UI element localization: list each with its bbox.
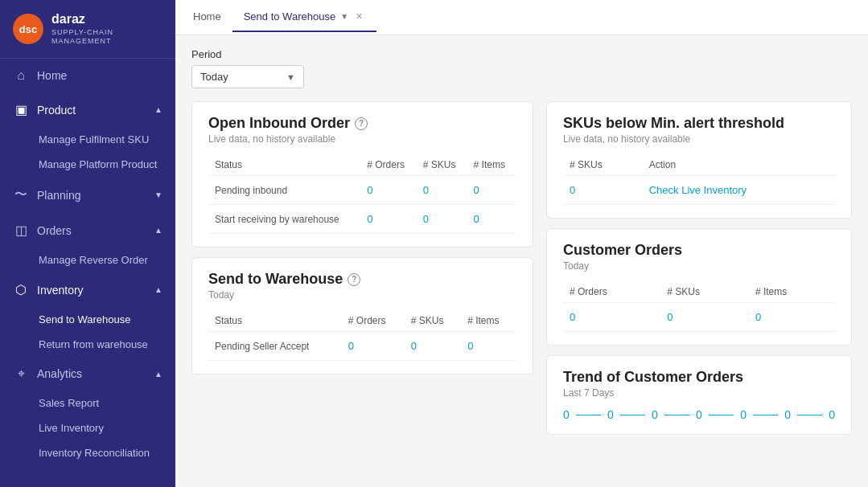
skus-alert-subtitle: Live data, no history available <box>563 133 835 145</box>
sa-col-skus: # SKUs <box>563 154 643 176</box>
sidebar-item-home[interactable]: ⌂ Home <box>0 59 175 92</box>
co-col-orders: # Orders <box>563 281 660 303</box>
sidebar-item-send-warehouse[interactable]: Send to Warehouse <box>0 307 175 332</box>
tabs-bar: Home Send to Warehouse ▼ ✕ <box>175 0 868 35</box>
logo: dsc daraz SUPPLY-CHAIN MANAGEMENT <box>0 0 175 59</box>
home-icon: ⌂ <box>13 68 29 83</box>
sidebar-item-manage-platform[interactable]: Manage Platform Product <box>0 152 175 177</box>
trend-title: Trend of Customer Orders <box>563 369 835 386</box>
trend-subtitle: Last 7 Days <box>563 387 835 399</box>
planning-chevron-icon: ▼ <box>154 190 162 199</box>
sw-col-skus: # SKUs <box>405 310 461 332</box>
sidebar-item-manage-reverse[interactable]: Manage Reverse Order <box>0 248 175 272</box>
trend-point-4: 0 <box>740 408 747 421</box>
main-content: Home Send to Warehouse ▼ ✕ Period Today … <box>175 0 868 487</box>
analytics-icon: ⌖ <box>13 366 29 381</box>
product-chevron-icon: ▲ <box>154 105 162 114</box>
inventory-chevron-icon: ▲ <box>154 285 162 294</box>
trend-point-0: 0 <box>563 408 570 421</box>
skus-alert-card: SKUs below Min. alert threshold Live dat… <box>546 101 852 219</box>
table-row: Start receiving by warehouse 0 0 0 <box>208 205 516 234</box>
sidebar-item-return-warehouse[interactable]: Return from warehouse <box>0 332 175 357</box>
logo-text: daraz SUPPLY-CHAIN MANAGEMENT <box>51 11 162 47</box>
table-row: 0 Check Live Inventory <box>563 176 835 205</box>
send-warehouse-table: Status # Orders # SKUs # Items Pending S… <box>208 310 516 361</box>
sidebar-item-orders[interactable]: ◫ Orders ▲ <box>0 213 175 248</box>
sidebar-item-analytics[interactable]: ⌖ Analytics ▲ <box>0 357 175 391</box>
tab-close-icon[interactable]: ✕ <box>353 10 365 23</box>
customer-orders-card: Customer Orders Today # Orders # SKUs # … <box>546 228 852 346</box>
trend-chart: 0 0 0 0 0 0 0 <box>563 408 835 421</box>
open-inbound-card: Open Inbound Order ? Live data, no histo… <box>191 101 533 248</box>
sa-col-action: Action <box>643 154 835 176</box>
col-status: Status <box>208 154 360 176</box>
table-row: Pending inbound 0 0 0 <box>208 176 516 205</box>
send-warehouse-title: Send to Warehouse ? <box>208 271 516 288</box>
send-warehouse-card: Send to Warehouse ? Today Status # Order… <box>191 257 533 374</box>
sw-col-orders: # Orders <box>342 310 405 332</box>
trend-card: Trend of Customer Orders Last 7 Days 0 0… <box>546 355 852 435</box>
open-inbound-table: Status # Orders # SKUs # Items Pending i… <box>208 154 516 234</box>
sw-col-items: # Items <box>461 310 516 332</box>
trend-line-6 <box>797 415 822 415</box>
sidebar-item-planning[interactable]: 〜 Planning ▼ <box>0 177 175 213</box>
right-column: SKUs below Min. alert threshold Live dat… <box>546 101 852 474</box>
send-warehouse-subtitle: Today <box>208 289 516 301</box>
trend-line-4 <box>709 415 734 415</box>
trend-line-5 <box>753 415 778 415</box>
open-inbound-title: Open Inbound Order ? <box>208 115 516 132</box>
period-chevron-icon: ▼ <box>286 72 295 82</box>
dashboard-grid: Open Inbound Order ? Live data, no histo… <box>191 101 852 474</box>
open-inbound-subtitle: Live data, no history available <box>208 133 516 145</box>
check-live-inventory-link[interactable]: Check Live Inventory <box>643 176 835 205</box>
trend-point-2: 0 <box>652 408 658 421</box>
co-col-skus: # SKUs <box>660 281 749 303</box>
tab-home[interactable]: Home <box>182 2 232 32</box>
col-items: # Items <box>467 154 516 176</box>
customer-orders-title: Customer Orders <box>563 242 835 259</box>
trend-line-1 <box>576 415 601 415</box>
period-value: Today <box>200 71 228 83</box>
sidebar-item-inventory[interactable]: ⬡ Inventory ▲ <box>0 272 175 307</box>
trend-point-6: 0 <box>829 408 835 421</box>
inventory-icon: ⬡ <box>13 282 29 297</box>
period-section: Period Today ▼ <box>191 48 852 88</box>
col-orders: # Orders <box>360 154 416 176</box>
trend-point-5: 0 <box>784 408 791 421</box>
table-row: Pending Seller Accept 0 0 0 <box>208 332 516 361</box>
period-label: Period <box>191 48 852 60</box>
send-warehouse-help-icon[interactable]: ? <box>348 273 360 286</box>
tab-send-warehouse[interactable]: Send to Warehouse ▼ ✕ <box>232 2 376 32</box>
trend-line-2 <box>620 415 645 415</box>
orders-icon: ◫ <box>13 223 29 238</box>
customer-orders-table: # Orders # SKUs # Items 0 0 0 <box>563 281 835 332</box>
period-select[interactable]: Today ▼ <box>191 65 304 88</box>
sw-col-status: Status <box>208 310 342 332</box>
tab-dropdown-icon[interactable]: ▼ <box>340 12 348 21</box>
left-column: Open Inbound Order ? Live data, no histo… <box>191 101 533 474</box>
skus-alert-title: SKUs below Min. alert threshold <box>563 115 835 132</box>
skus-alert-table: # SKUs Action 0 Check Live Inventory <box>563 154 835 205</box>
sidebar-item-sales-report[interactable]: Sales Report <box>0 391 175 415</box>
sidebar-item-manage-fulfilment[interactable]: Manage Fulfilment SKU <box>0 127 175 152</box>
sidebar-item-live-inventory[interactable]: Live Inventory <box>0 415 175 440</box>
col-skus: # SKUs <box>417 154 467 176</box>
sidebar-item-product[interactable]: ▣ Product ▲ <box>0 92 175 127</box>
orders-chevron-icon: ▲ <box>154 226 162 235</box>
analytics-chevron-icon: ▲ <box>154 370 162 379</box>
table-row: 0 0 0 <box>563 303 835 332</box>
logo-icon: dsc <box>13 14 43 44</box>
trend-point-1: 0 <box>607 408 614 421</box>
product-icon: ▣ <box>13 102 29 117</box>
trend-point-3: 0 <box>696 408 702 421</box>
planning-icon: 〜 <box>13 186 29 203</box>
open-inbound-help-icon[interactable]: ? <box>355 117 368 130</box>
sidebar: dsc daraz SUPPLY-CHAIN MANAGEMENT ⌂ Home… <box>0 0 175 487</box>
content-area: Period Today ▼ Open Inbound Order ? Live… <box>175 35 868 487</box>
sidebar-item-inventory-reconciliation[interactable]: Inventory Reconciliation <box>0 440 175 465</box>
trend-line-3 <box>664 415 689 415</box>
customer-orders-subtitle: Today <box>563 260 835 272</box>
co-col-items: # Items <box>749 281 835 303</box>
